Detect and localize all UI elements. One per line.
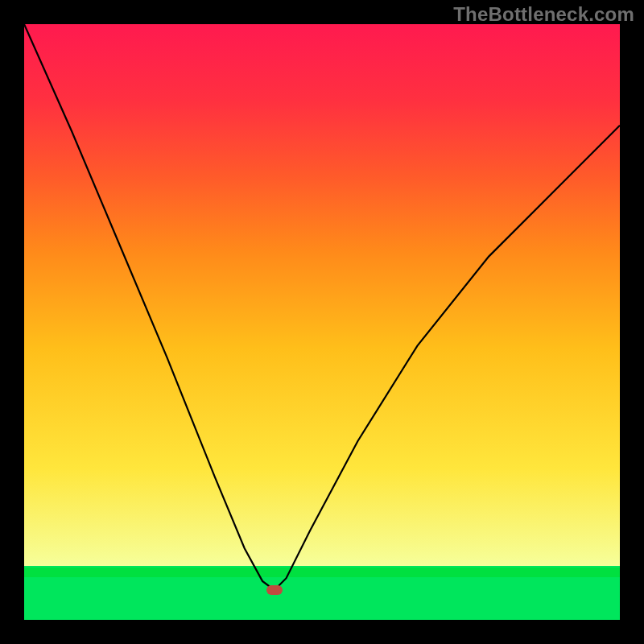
- curve-layer: [24, 24, 620, 620]
- plot-area: [24, 24, 620, 620]
- chart-frame: TheBottleneck.com: [0, 0, 644, 644]
- attribution-text: TheBottleneck.com: [453, 3, 634, 26]
- bottleneck-curve: [24, 24, 620, 590]
- vertex-marker: [266, 585, 283, 595]
